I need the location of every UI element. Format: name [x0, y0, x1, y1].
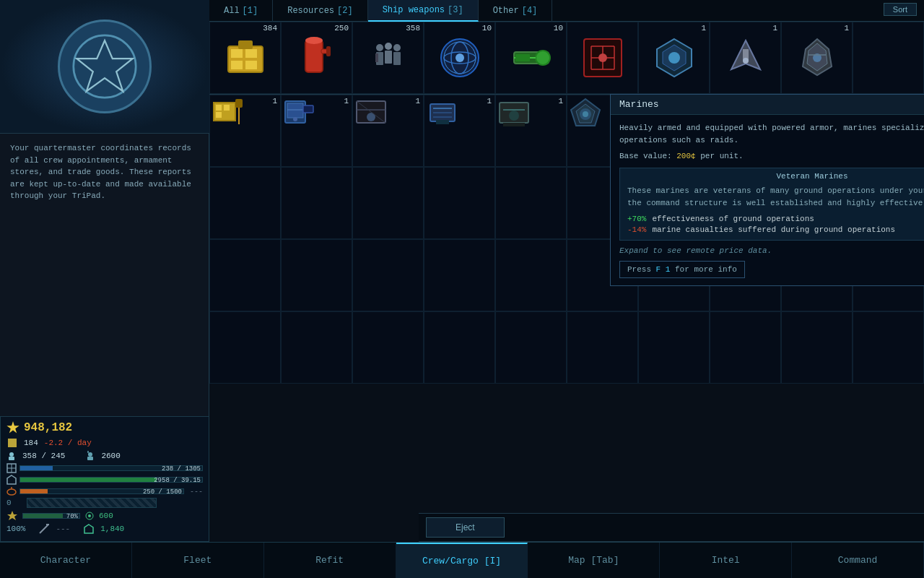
cell2-1-qty: 1	[272, 97, 277, 105]
sphere-sprite	[437, 35, 483, 81]
inv-cell2-5[interactable]: 1	[495, 95, 567, 167]
empty-r5-6[interactable]	[567, 311, 638, 384]
inv-cell-marines[interactable]: 358	[352, 22, 424, 94]
combat-value: 0	[6, 499, 21, 507]
marines-tooltip: Marines Heavily armed and equipped with …	[610, 94, 924, 286]
empty-r3-2[interactable]	[281, 167, 352, 239]
inv-cell2-4[interactable]: 1	[424, 95, 495, 167]
supplies-bar-row: 238 / 1305	[6, 463, 203, 473]
svg-rect-89	[503, 123, 525, 126]
hull-icon	[6, 475, 17, 485]
empty-r4-1[interactable]	[209, 239, 281, 311]
tooltip-veteran-section: Veteran Marines These marines are vetera…	[619, 168, 924, 241]
inv-cell2-1[interactable]: 1	[209, 95, 281, 167]
fuel-rate: -2.2 / day	[44, 439, 92, 447]
svg-marker-19	[84, 525, 93, 533]
inv-cell-ship2[interactable]: 1	[781, 22, 853, 94]
fuel-value: 184	[24, 439, 38, 447]
stat-label-1: effectiveness of ground operations	[652, 215, 814, 223]
nav-tab-character[interactable]: Character	[0, 543, 132, 578]
inv-cell-weapon1[interactable]: 10	[495, 22, 567, 94]
empty-r4-4[interactable]	[424, 239, 495, 311]
svg-point-3	[9, 452, 14, 457]
inv-cell-weapon3[interactable]: 1	[638, 22, 710, 94]
empty-r5-7[interactable]	[638, 311, 710, 384]
hull-text: 2958 / 39.15	[154, 478, 201, 483]
svg-point-29	[305, 37, 323, 44]
empty-r3-1[interactable]	[209, 167, 281, 239]
veteran-desc: These marines are veterans of many groun…	[627, 185, 924, 209]
cargo-text: 250 / 1500	[143, 489, 182, 495]
empty-r5-3[interactable]	[352, 311, 424, 384]
svg-point-75	[293, 117, 297, 121]
inv-cell-ship1[interactable]: 1	[710, 22, 781, 94]
xp-points: 600	[99, 512, 113, 520]
nav-tab-command[interactable]: Command	[792, 543, 924, 578]
empty-r5-9[interactable]	[781, 311, 853, 384]
empty-r5-5[interactable]	[495, 311, 567, 384]
svg-rect-28	[305, 40, 323, 72]
eject-button[interactable]: Eject	[426, 517, 505, 538]
tab-shipweapons[interactable]: Ship weapons [3]	[368, 0, 479, 22]
empty-r5-8[interactable]	[710, 311, 781, 384]
tab-other[interactable]: Other [4]	[479, 0, 553, 22]
svg-rect-73	[287, 103, 303, 118]
cell2-6-sprite	[567, 95, 603, 131]
combat-row: 0	[6, 498, 203, 508]
avatar-section	[0, 0, 209, 134]
svg-point-45	[536, 51, 550, 65]
inv-cell2-3[interactable]: 1	[352, 95, 424, 167]
nav-tab-refit[interactable]: Refit	[264, 543, 396, 578]
nav-tab-intel[interactable]: Intel	[660, 543, 792, 578]
empty-r5-2[interactable]	[281, 311, 352, 384]
bottom-action-bar: Eject Sort	[419, 513, 924, 542]
hull-bar: 2958 / 39.15	[19, 477, 203, 483]
tooltip-hint-key: F 1	[656, 265, 671, 274]
empty-r4-3[interactable]	[352, 239, 424, 311]
nav-tab-map[interactable]: Map [Tab]	[528, 543, 660, 578]
tabs-row: All [1] Resources [2] Ship weapons [3] O…	[209, 0, 924, 22]
empty-r3-3[interactable]	[352, 167, 424, 239]
tab-resources[interactable]: Resources [2]	[273, 0, 367, 22]
sort-button-top[interactable]: Sort	[884, 3, 917, 16]
supplies-qty: 384	[263, 24, 277, 33]
empty-r3-4[interactable]	[424, 167, 495, 239]
empty-r4-2[interactable]	[281, 239, 352, 311]
stat-value-1: +70%	[627, 215, 646, 223]
svg-rect-68	[224, 105, 230, 111]
svg-rect-27	[238, 40, 253, 49]
svg-rect-4	[9, 457, 14, 460]
inv-cell-sphere[interactable]: 10	[424, 22, 495, 94]
nav-tab-fleet[interactable]: Fleet	[132, 543, 264, 578]
svg-point-5	[88, 452, 92, 457]
empty-r5-1[interactable]	[209, 311, 281, 384]
svg-point-58	[668, 52, 680, 64]
crew-icon	[6, 451, 17, 461]
stat-value-2: -14%	[627, 225, 646, 234]
empty-r5-4[interactable]	[424, 311, 495, 384]
empty-rows-3	[209, 311, 924, 384]
inv-cell2-2[interactable]: 1	[281, 95, 352, 167]
weapon-icon	[38, 523, 50, 535]
svg-point-43	[456, 53, 464, 62]
inv-cell-weapon2[interactable]	[567, 22, 638, 94]
supplies-sprite	[222, 35, 269, 81]
credits-row: 948,182	[6, 421, 203, 434]
svg-rect-85	[436, 120, 449, 124]
svg-rect-18	[46, 524, 49, 525]
svg-point-35	[385, 43, 392, 50]
empty-r3-5[interactable]	[495, 167, 567, 239]
tooltip-base-value: 200¢	[676, 152, 695, 160]
weapon3-sprite	[651, 35, 697, 81]
inv-cell-empty1[interactable]	[853, 22, 924, 94]
nav-tab-crewcargo[interactable]: Crew/Cargo [I]	[396, 543, 528, 578]
svg-point-32	[376, 44, 383, 51]
left-panel: Your quartermaster coordinates records o…	[0, 0, 209, 578]
inv-cell-fuel[interactable]: 250	[281, 22, 352, 94]
tab-all[interactable]: All [1]	[209, 0, 273, 22]
svg-rect-70	[235, 99, 243, 108]
empty-r4-5[interactable]	[495, 239, 567, 311]
ship1-qty: 1	[772, 24, 777, 33]
inv-cell-supplies[interactable]: 384	[209, 22, 281, 94]
empty-r5-10[interactable]	[853, 311, 924, 384]
